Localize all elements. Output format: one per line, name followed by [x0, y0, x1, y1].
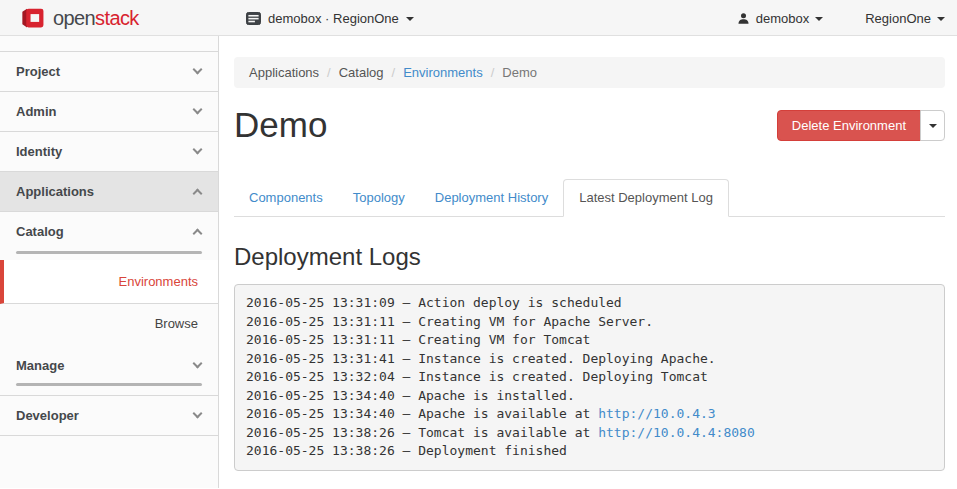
catalog-underline — [16, 251, 202, 254]
delete-environment-button[interactable]: Delete Environment — [777, 110, 921, 141]
chevron-down-icon — [193, 105, 203, 115]
project-region-switcher[interactable]: demobox · RegionOne — [246, 0, 414, 36]
user-icon — [737, 12, 750, 25]
manage-group: Manage — [0, 347, 218, 396]
log-line: 2016-05-25 13:38:26 — Tomcat is availabl… — [246, 424, 933, 443]
sidebar-item-identity[interactable]: Identity — [0, 132, 218, 172]
delete-environment-btn-group: Delete Environment — [777, 110, 945, 141]
sidebar-item-browse[interactable]: Browse — [0, 304, 218, 342]
caret-down-icon — [929, 124, 937, 128]
manage-underline — [16, 383, 202, 386]
log-line: 2016-05-25 13:34:40 — Apache is availabl… — [246, 405, 933, 424]
user-menu-label: demobox — [756, 11, 809, 26]
sidebar-item-label: Identity — [16, 144, 62, 159]
sidebar-item-label: Admin — [16, 104, 56, 119]
content-area: Applications / Catalog / Environments / … — [219, 36, 957, 488]
window-icon — [246, 12, 261, 25]
log-line: 2016-05-25 13:31:11 — Creating VM for To… — [246, 331, 933, 350]
page-title: Demo — [234, 101, 327, 149]
sidebar-item-applications[interactable]: Applications — [0, 172, 218, 212]
sidebar-item-environments[interactable]: Environments — [0, 260, 218, 304]
page-header: Demo Delete Environment — [234, 101, 945, 149]
sidebar-item-admin[interactable]: Admin — [0, 92, 218, 132]
tab-deployment-history[interactable]: Deployment History — [420, 180, 563, 216]
screen: openstack demobox · RegionOne — [0, 0, 957, 489]
openstack-logo[interactable]: openstack — [20, 0, 139, 36]
chevron-down-icon — [193, 145, 203, 155]
caret-down-icon — [815, 17, 823, 21]
log-line: 2016-05-25 13:34:40 — Apache is installe… — [246, 387, 933, 406]
sidebar: Project Admin Identity Applications Cata… — [0, 36, 219, 488]
chevron-down-icon — [193, 409, 203, 419]
tab-bar: Components Topology Deployment History L… — [234, 179, 945, 217]
log-line: 2016-05-25 13:31:09 — Action deploy is s… — [246, 294, 933, 313]
sidebar-item-project[interactable]: Project — [0, 52, 218, 92]
openstack-wordmark: openstack — [53, 7, 139, 30]
log-line: 2016-05-25 13:32:04 — Instance is create… — [246, 368, 933, 387]
breadcrumb-separator: / — [327, 65, 331, 80]
breadcrumb-catalog: Catalog — [339, 65, 384, 80]
log-line: 2016-05-25 13:38:26 — Deployment finishe… — [246, 442, 933, 461]
caret-down-icon — [406, 17, 414, 21]
breadcrumb-separator: / — [392, 65, 396, 80]
delete-environment-dropdown-toggle[interactable] — [920, 110, 945, 141]
sidebar-item-developer[interactable]: Developer — [0, 396, 218, 436]
sidebar-item-manage[interactable]: Manage — [0, 347, 218, 383]
sidebar-item-label: Project — [16, 64, 60, 79]
log-line: 2016-05-25 13:31:41 — Instance is create… — [246, 350, 933, 369]
sidebar-item-label: Manage — [16, 358, 64, 373]
breadcrumb: Applications / Catalog / Environments / … — [234, 57, 945, 88]
top-navbar: openstack demobox · RegionOne — [0, 0, 957, 36]
sidebar-item-label: Environments — [119, 274, 198, 289]
breadcrumb-environments-link[interactable]: Environments — [403, 65, 482, 80]
region-menu[interactable]: RegionOne — [865, 11, 945, 26]
sidebar-item-label: Catalog — [16, 224, 64, 239]
log-line: 2016-05-25 13:31:11 — Creating VM for Ap… — [246, 313, 933, 332]
chevron-up-icon — [193, 189, 203, 199]
deployment-log-box: 2016-05-25 13:31:09 — Action deploy is s… — [234, 284, 945, 471]
caret-down-icon — [937, 17, 945, 21]
log-url-link[interactable]: http://10.0.4.4:8080 — [598, 425, 755, 440]
user-menu[interactable]: demobox — [737, 11, 823, 26]
sidebar-item-label: Developer — [16, 408, 79, 423]
chevron-up-icon — [193, 229, 203, 239]
tab-latest-deployment-log[interactable]: Latest Deployment Log — [563, 179, 729, 217]
log-url-link[interactable]: http://10.0.4.3 — [598, 406, 715, 421]
context-switcher-label: demobox · RegionOne — [268, 11, 399, 26]
chevron-down-icon — [193, 358, 203, 368]
openstack-logo-icon — [20, 6, 45, 30]
chevron-down-icon — [193, 65, 203, 75]
region-menu-label: RegionOne — [865, 11, 931, 26]
main-layout: Project Admin Identity Applications Cata… — [0, 36, 957, 488]
deployment-logs-heading: Deployment Logs — [234, 243, 945, 271]
breadcrumb-current: Demo — [502, 65, 537, 80]
sidebar-item-label: Browse — [155, 316, 198, 331]
sidebar-item-catalog[interactable]: Catalog — [0, 212, 218, 251]
sidebar-item-label: Applications — [16, 184, 94, 199]
sidebar-top-spacer — [0, 36, 218, 52]
tab-topology[interactable]: Topology — [338, 180, 420, 216]
tab-components[interactable]: Components — [234, 180, 338, 216]
breadcrumb-applications: Applications — [249, 65, 319, 80]
topbar-right: demobox RegionOne — [737, 0, 945, 36]
breadcrumb-separator: / — [491, 65, 495, 80]
